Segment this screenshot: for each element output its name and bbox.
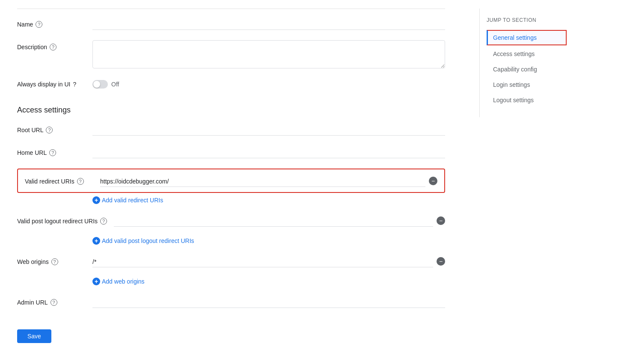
name-input[interactable] [92, 18, 445, 30]
valid-redirect-section: Valid redirect URIs ? − [17, 169, 445, 193]
sidebar-item-capability-config[interactable]: Capability config [487, 62, 567, 76]
sidebar-item-login-settings[interactable]: Login settings [487, 78, 567, 92]
description-row: Description ? [17, 40, 445, 70]
valid-redirect-input-group: − [100, 175, 437, 187]
valid-post-logout-remove-button[interactable]: − [437, 216, 445, 225]
save-button[interactable]: Save [17, 329, 51, 343]
home-url-input[interactable] [92, 146, 445, 158]
home-url-input-wrapper [92, 146, 445, 158]
admin-url-label: Admin URL ? [17, 296, 86, 306]
admin-url-input[interactable] [92, 296, 445, 308]
name-help-icon[interactable]: ? [36, 21, 42, 28]
root-url-input[interactable] [92, 123, 445, 136]
admin-url-help-icon[interactable]: ? [51, 299, 57, 306]
add-valid-redirect-icon: + [92, 196, 100, 204]
root-url-label: Root URL ? [17, 123, 86, 133]
always-display-help-icon[interactable]: ? [73, 81, 77, 88]
web-origins-input[interactable] [92, 255, 433, 267]
valid-redirect-input[interactable] [100, 175, 425, 187]
sidebar-item-general-settings[interactable]: General settings [487, 30, 567, 45]
add-post-logout-link[interactable]: + Add valid post logout redirect URIs [92, 237, 445, 245]
add-web-origins-icon: + [92, 278, 100, 285]
admin-url-input-wrapper [92, 296, 445, 308]
jump-to-section-sidebar: Jump to section General settings Access … [479, 9, 574, 117]
sidebar-item-logout-settings[interactable]: Logout settings [487, 93, 567, 107]
valid-redirect-remove-button[interactable]: − [429, 177, 437, 185]
always-display-row: Always display in UI ? Off [17, 80, 445, 89]
toggle-wrapper: Off [92, 80, 119, 89]
name-row: Name ? [17, 18, 445, 30]
home-url-help-icon[interactable]: ? [49, 149, 56, 156]
valid-post-logout-label: Valid post logout redirect URIs ? [17, 214, 107, 225]
valid-post-logout-row: Valid post logout redirect URIs ? − [17, 214, 445, 227]
root-url-input-wrapper [92, 123, 445, 136]
description-help-icon[interactable]: ? [50, 44, 56, 50]
description-input-wrapper [92, 40, 445, 70]
description-input[interactable] [92, 40, 445, 68]
web-origins-label: Web origins ? [17, 255, 86, 265]
root-url-row: Root URL ? [17, 123, 445, 136]
name-label: Name ? [17, 18, 86, 28]
always-display-toggle[interactable] [92, 80, 108, 89]
root-url-help-icon[interactable]: ? [46, 127, 53, 133]
sidebar-item-access-settings[interactable]: Access settings [487, 47, 567, 61]
name-input-wrapper [92, 18, 445, 30]
valid-post-logout-input-group: − [114, 214, 445, 227]
web-origins-help-icon[interactable]: ? [51, 258, 58, 265]
web-origins-remove-button[interactable]: − [437, 257, 445, 266]
home-url-row: Home URL ? [17, 146, 445, 158]
valid-post-logout-input[interactable] [114, 214, 433, 227]
web-origins-input-group: − [92, 255, 445, 267]
add-web-origins-link[interactable]: + Add web origins [92, 278, 445, 285]
always-display-label: Always display in UI ? [17, 81, 86, 88]
admin-url-row: Admin URL ? [17, 296, 445, 308]
valid-redirect-help-icon[interactable]: ? [77, 178, 84, 185]
toggle-off-label: Off [111, 81, 119, 88]
web-origins-row: Web origins ? − [17, 255, 445, 267]
form-actions: Save [17, 321, 445, 343]
valid-post-logout-help-icon[interactable]: ? [100, 218, 107, 225]
valid-redirect-label: Valid redirect URIs ? [25, 175, 93, 185]
sidebar-title: Jump to section [487, 17, 567, 23]
add-valid-redirect-link[interactable]: + Add valid redirect URIs [92, 196, 445, 204]
add-post-logout-icon: + [92, 237, 100, 245]
access-settings-heading: Access settings [17, 102, 445, 115]
description-label: Description ? [17, 40, 86, 50]
valid-redirect-row: Valid redirect URIs ? − [25, 175, 437, 187]
home-url-label: Home URL ? [17, 146, 86, 156]
